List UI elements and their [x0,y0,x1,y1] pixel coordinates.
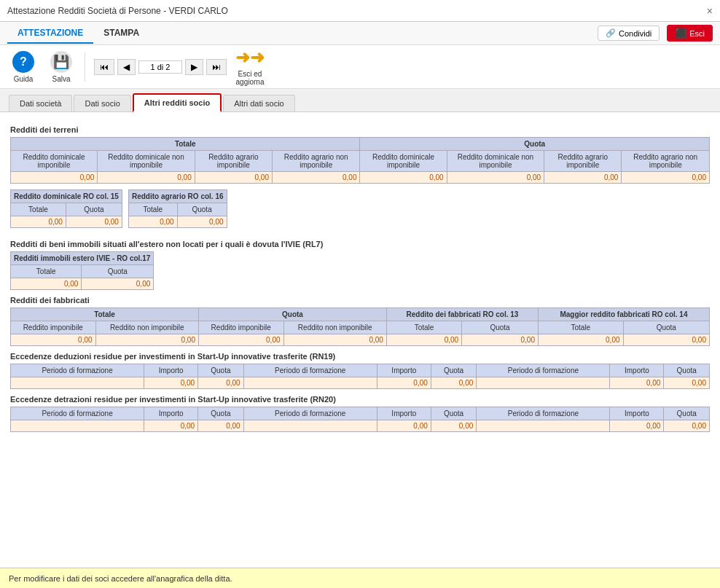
rn20-val-0[interactable] [11,420,144,432]
fabb-val-5[interactable]: 0,00 [462,334,539,346]
close-button[interactable]: × [707,5,713,17]
rn19-val-3[interactable] [243,377,377,389]
terreni-col-5: Reddito dominicale non imponibile [447,151,544,172]
menu-items: ATTESTAZIONE STAMPA [7,23,149,44]
rn19-col-3: Periodo di formazione [243,364,377,377]
tab-altri-dati-socio[interactable]: Altri dati socio [223,95,294,111]
ivie-totale-val[interactable]: 0,00 [11,278,82,290]
fabb-ro14-header: Maggior reddito fabbricati RO col. 14 [538,308,709,321]
rn19-col-7: Importo [610,364,664,377]
tab-altri-redditi-socio[interactable]: Altri redditi socio [133,93,222,112]
terreni-val-2[interactable]: 0,00 [195,172,272,184]
terreni-quota-header: Quota [360,138,710,151]
fabb-col-7: Quota [623,321,709,334]
terreni-col-4: Reddito dominicale imponibile [360,151,447,172]
fabb-val-3[interactable]: 0,00 [283,334,386,346]
tabs-bar: Dati società Dati socio Altri redditi so… [0,89,720,112]
tab-dati-socio[interactable]: Dati socio [74,95,130,111]
fabb-val-2[interactable]: 0,00 [198,334,283,346]
fabb-col-3: Reddito non imponibile [283,321,386,334]
rn19-val-4[interactable]: 0,00 [377,377,431,389]
section-terreni-title: Redditi dei terreni [10,125,710,134]
rn19-col-5: Quota [431,364,476,377]
ro16-quota-val[interactable]: 0,00 [177,216,227,228]
esci-aggiorna-button[interactable]: ➜➜ Esci edaggiorna [235,47,265,86]
rn19-val-2[interactable]: 0,00 [198,377,243,389]
share-icon: 🔗 [606,28,616,38]
rn20-val-1[interactable]: 0,00 [144,420,198,432]
ro15-totale-val[interactable]: 0,00 [11,216,66,228]
rn20-val-8[interactable]: 0,00 [664,420,710,432]
status-message: Per modificare i dati dei soci accedere … [9,574,232,583]
fabb-val-4[interactable]: 0,00 [386,334,461,346]
rn20-col-7: Importo [610,407,664,420]
salva-label: Salva [52,75,70,83]
section-rn20-title: Eccedenze detrazioni residue per investi… [10,395,710,404]
rn19-col-2: Quota [198,364,243,377]
nav-first-button[interactable]: ⏮ [94,59,114,75]
ivie-quota-val[interactable]: 0,00 [82,278,154,290]
rn20-val-7[interactable]: 0,00 [610,420,664,432]
condividi-button[interactable]: 🔗 Condividi [598,26,660,41]
terreni-ro16-table: Reddito agrario RO col. 16 Totale Quota … [128,189,227,228]
nav-last-button[interactable]: ⏭ [206,59,227,75]
terreni-col-1: Reddito dominicale non imponibile [98,151,195,172]
salva-button[interactable]: 💾 Salva [47,51,76,83]
ro16-totale-val[interactable]: 0,00 [128,216,177,228]
rn20-val-5[interactable]: 0,00 [431,420,476,432]
terreni-val-1[interactable]: 0,00 [98,172,195,184]
rn20-col-6: Periodo di formazione [477,407,610,420]
rn20-val-2[interactable]: 0,00 [198,420,243,432]
fabbricati-table: Totale Quota Reddito dei fabbricati RO c… [10,307,710,346]
terreni-val-6[interactable]: 0,00 [544,172,622,184]
terreni-val-4[interactable]: 0,00 [360,172,447,184]
terreni-val-7[interactable]: 0,00 [622,172,710,184]
rn19-val-8[interactable]: 0,00 [664,377,710,389]
terreni-table: Totale Quota Reddito dominicale imponibi… [10,137,710,184]
rn19-val-1[interactable]: 0,00 [144,377,198,389]
menu-stampa[interactable]: STAMPA [93,23,149,44]
fabb-col-1: Reddito non imponibile [95,321,198,334]
ivie-header: Redditi immobili estero IVIE - RO col.17 [11,252,154,265]
ro15-totale-header: Totale [11,203,66,216]
terreni-val-5[interactable]: 0,00 [447,172,544,184]
fabb-totale-header: Totale [11,308,199,321]
terreni-col-3: Reddito agrario non imponibile [272,151,360,172]
page-input[interactable]: 1 di 2 [138,60,182,74]
ro15-quota-val[interactable]: 0,00 [66,216,122,228]
title-bar: Attestazione Redditi Società di Persone … [0,0,720,22]
tab-dati-societa[interactable]: Dati società [9,95,72,111]
section-immobili-estero-title: Redditi di beni immobili situati all'est… [10,240,710,248]
toolbar: ? Guida 💾 Salva ⏮ ◀ 1 di 2 ▶ ⏭ ➜➜ Esci e… [0,45,720,89]
fabb-val-0[interactable]: 0,00 [11,334,96,346]
guida-label: Guida [14,75,34,83]
rn19-val-5[interactable]: 0,00 [431,377,476,389]
terreni-val-0[interactable]: 0,00 [11,172,98,184]
rn19-val-0[interactable] [11,377,144,389]
nav-next-button[interactable]: ▶ [185,59,203,75]
fabb-col-0: Reddito imponibile [11,321,96,334]
esci-button[interactable]: ⬛ Esci [667,25,713,42]
fabb-val-1[interactable]: 0,00 [95,334,198,346]
rn20-col-3: Periodo di formazione [243,407,377,420]
terreni-val-3[interactable]: 0,00 [272,172,360,184]
rn19-col-1: Importo [144,364,198,377]
rn20-val-6[interactable] [477,420,610,432]
window-title: Attestazione Redditi Società di Persone … [7,6,228,16]
esci-icon: ⬛ [675,28,686,39]
rn19-val-6[interactable] [477,377,610,389]
rn19-val-7[interactable]: 0,00 [610,377,664,389]
ro16-quota-header: Quota [177,203,227,216]
menu-attestazione[interactable]: ATTESTAZIONE [7,23,93,44]
fabb-val-7[interactable]: 0,00 [623,334,709,346]
fabb-val-6[interactable]: 0,00 [538,334,623,346]
ro16-header: Reddito agrario RO col. 16 [128,190,227,203]
ivie-totale-header: Totale [11,265,82,278]
rn19-col-6: Periodo di formazione [477,364,610,377]
rn20-val-4[interactable]: 0,00 [377,420,431,432]
rn20-val-3[interactable] [243,420,377,432]
condividi-label: Condividi [619,29,651,38]
nav-prev-button[interactable]: ◀ [117,59,136,75]
rn20-col-1: Importo [144,407,198,420]
guida-button[interactable]: ? Guida [9,51,38,83]
